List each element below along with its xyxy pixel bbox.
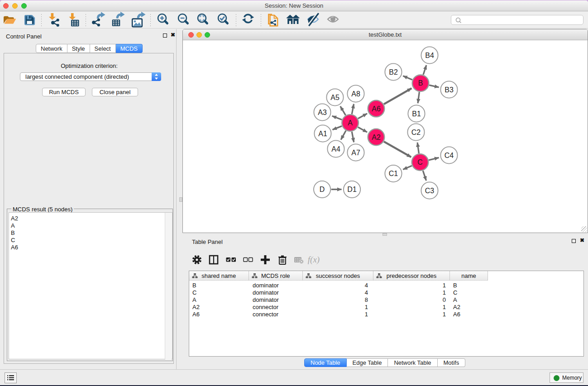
- svg-text:B2: B2: [389, 68, 398, 76]
- svg-text:B3: B3: [445, 86, 454, 94]
- svg-text:C1: C1: [389, 170, 398, 177]
- svg-text:B4: B4: [425, 52, 434, 59]
- svg-text:D: D: [320, 186, 325, 193]
- svg-text:C4: C4: [445, 152, 454, 159]
- svg-text:B: B: [418, 79, 423, 87]
- svg-text:B1: B1: [412, 110, 421, 118]
- svg-text:C3: C3: [425, 187, 435, 195]
- svg-text:A8: A8: [351, 90, 360, 98]
- svg-text:f(x): f(x): [308, 255, 320, 265]
- svg-text:A6: A6: [372, 105, 381, 113]
- svg-text:A: A: [348, 119, 353, 127]
- svg-text:D1: D1: [347, 186, 357, 193]
- svg-text:A3: A3: [318, 109, 327, 116]
- svg-text:A1: A1: [318, 130, 327, 138]
- svg-text:A7: A7: [351, 149, 360, 157]
- svg-text:A4: A4: [331, 145, 340, 153]
- svg-text:C: C: [417, 158, 423, 166]
- svg-text:A5: A5: [330, 94, 339, 101]
- svg-text:C2: C2: [411, 129, 421, 136]
- svg-text:A2: A2: [372, 133, 381, 141]
